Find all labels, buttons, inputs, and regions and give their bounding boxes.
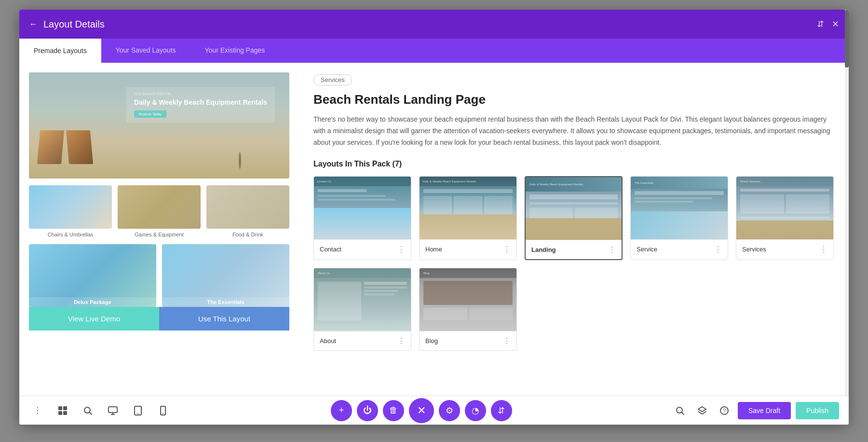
home-card-name: Home: [425, 246, 442, 253]
home-preview-image: Daily & Weekly Beach Equipment Rentals: [420, 177, 516, 239]
desktop-icon[interactable]: [104, 402, 122, 419]
about-line3: [364, 293, 394, 295]
history-button[interactable]: ◔: [465, 400, 486, 421]
services-header: Beach Services: [736, 177, 833, 186]
chairs-bg: [29, 185, 112, 229]
help-icon[interactable]: ?: [716, 402, 733, 419]
zoom-icon[interactable]: [671, 402, 689, 419]
category-badge: Services: [313, 74, 352, 85]
modal-container: ← Layout Details ⇵ ✕ Premade Layouts You…: [19, 10, 849, 425]
mini-header-text: Contact Us: [317, 180, 331, 183]
contact-inner: Contact Us: [314, 177, 411, 239]
close-button[interactable]: ✕: [409, 398, 434, 423]
about-card-footer: About ⋮: [314, 331, 411, 350]
add-button[interactable]: +: [331, 400, 352, 421]
blog-grid: [423, 308, 513, 320]
bottom-toolbar: ⋮ + ⏻ 🗑 ✕ ⚙ ◔ ⇵: [19, 396, 849, 425]
blog-card-name: Blog: [425, 337, 438, 345]
blog-thumb-1: [423, 308, 467, 320]
services-inner: Beach Services: [736, 177, 833, 239]
service-card-menu[interactable]: ⋮: [714, 245, 722, 254]
layouts-grid: Contact Us Contact ⋮: [313, 176, 834, 351]
small-previews-row: Chairs & Umbrellas Games & Equipment Foo…: [29, 185, 289, 237]
svg-rect-6: [108, 407, 117, 413]
svg-rect-3: [63, 411, 67, 415]
search-icon[interactable]: [79, 402, 96, 419]
chairs-label: Chairs & Umbrellas: [29, 232, 112, 237]
games-bg: [118, 185, 201, 229]
trash-button[interactable]: 🗑: [383, 400, 404, 421]
service-beach: [631, 211, 728, 240]
layout-card-about[interactable]: About Us: [313, 268, 411, 351]
package-delux: Delux Package: [29, 244, 156, 307]
action-buttons: View Live Demo Use This Layout: [29, 307, 289, 331]
services-sand: [736, 221, 833, 239]
contact-card-menu[interactable]: ⋮: [397, 245, 405, 254]
svg-line-14: [681, 412, 684, 414]
service-sub2: [635, 201, 693, 203]
tablet-icon[interactable]: [129, 402, 147, 419]
layout-card-contact[interactable]: Contact Us Contact ⋮: [313, 176, 411, 260]
home-card-menu[interactable]: ⋮: [503, 245, 511, 254]
svg-rect-1: [63, 406, 67, 410]
preview-card-title: Daily & Weekly Beach Equipment Rentals: [134, 98, 267, 107]
contact-preview-image: Contact Us: [314, 177, 411, 239]
scrollbar[interactable]: [845, 63, 849, 396]
home-sand: [420, 214, 516, 239]
layout-card-blog[interactable]: Blog Blog ⋮: [419, 268, 517, 351]
tab-premade-layouts[interactable]: Premade Layouts: [19, 39, 101, 63]
about-line1: [364, 287, 407, 289]
modal-title: Layout Details: [43, 19, 105, 30]
tab-saved-layouts[interactable]: Your Saved Layouts: [101, 39, 190, 63]
save-draft-button[interactable]: Save Draft: [738, 402, 791, 419]
svg-point-10: [137, 413, 138, 414]
about-layout: [318, 282, 407, 320]
landing-sand: [526, 218, 622, 240]
preview-card-button: Reserve Today: [134, 110, 166, 118]
blog-preview-image: Blog: [420, 268, 516, 331]
layout-card-services[interactable]: Beach Services Services: [736, 176, 834, 260]
landing-preview-image: Daily & Weekly Beach Equipment Rentals: [526, 177, 622, 240]
services-thumb-2: [786, 194, 830, 214]
chairs-image: [29, 185, 112, 229]
about-card-name: About: [320, 337, 336, 345]
mobile-icon[interactable]: [154, 402, 172, 419]
services-card-menu[interactable]: ⋮: [820, 245, 827, 254]
publish-button[interactable]: Publish: [796, 402, 839, 419]
blog-inner: Blog: [420, 268, 516, 331]
layers-icon[interactable]: [693, 402, 711, 419]
view-live-demo-button[interactable]: View Live Demo: [29, 307, 159, 331]
service-inner: The Essentials: [631, 177, 728, 239]
close-icon[interactable]: ✕: [832, 19, 839, 29]
grid-icon[interactable]: [54, 402, 71, 419]
mini-thumb-3: [484, 196, 513, 215]
mini-header: Contact Us: [314, 177, 411, 186]
settings-button[interactable]: ⚙: [439, 400, 460, 421]
mini-line: [318, 189, 366, 192]
sort-icon[interactable]: ⇵: [817, 19, 824, 29]
services-thumb-1: [740, 194, 784, 214]
back-icon[interactable]: ←: [29, 19, 38, 29]
blog-card-menu[interactable]: ⋮: [503, 336, 511, 345]
power-button[interactable]: ⏻: [357, 400, 378, 421]
home-mini-header: Daily & Weekly Beach Equipment Rentals: [420, 177, 516, 186]
landing-card-footer: Landing ⋮: [526, 240, 622, 259]
layout-card-landing[interactable]: Daily & Weekly Beach Equipment Rentals: [525, 176, 623, 260]
sort-button[interactable]: ⇵: [491, 400, 512, 421]
service-title: [635, 191, 724, 195]
layout-card-home[interactable]: Daily & Weekly Beach Equipment Rentals: [419, 176, 517, 260]
package-previews-row: Delux Package The Essentials: [29, 244, 289, 307]
use-this-layout-button[interactable]: Use This Layout: [159, 307, 289, 331]
services-card-name: Services: [742, 246, 766, 253]
landing-header-text: Daily & Weekly Beach Equipment Rentals: [529, 183, 583, 186]
tab-existing-pages[interactable]: Your Existing Pages: [190, 39, 280, 63]
svg-line-5: [90, 412, 92, 414]
essentials-label: The Essentials: [162, 297, 289, 307]
more-options-icon[interactable]: ⋮: [29, 402, 46, 419]
about-card-menu[interactable]: ⋮: [397, 336, 405, 345]
layout-card-service[interactable]: The Essentials Service ⋮: [630, 176, 728, 260]
svg-text:?: ?: [723, 408, 726, 414]
games-image: [118, 185, 201, 229]
home-mini-grid: [423, 196, 513, 215]
landing-card-menu[interactable]: ⋮: [608, 245, 616, 254]
